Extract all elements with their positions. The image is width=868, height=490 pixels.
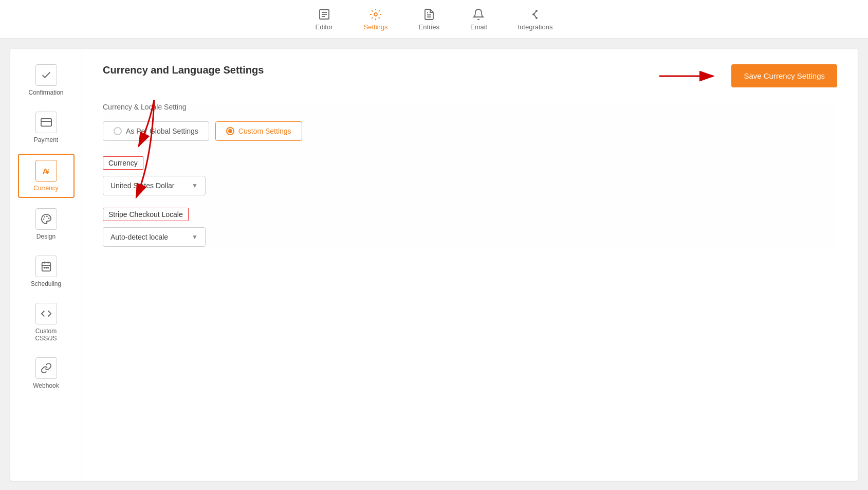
top-navigation: Editor Settings Entries bbox=[0, 0, 868, 39]
settings-section: Currency & Locale Setting As Per Global … bbox=[103, 103, 837, 247]
integrations-icon bbox=[528, 8, 542, 21]
svg-point-18 bbox=[48, 218, 49, 219]
editor-icon bbox=[318, 8, 331, 21]
sidebar-item-webhook[interactable]: Webhook bbox=[18, 352, 75, 394]
sidebar-item-payment[interactable]: Payment bbox=[18, 106, 75, 149]
code-icon bbox=[35, 303, 57, 324]
confirmation-icon bbox=[35, 64, 57, 86]
nav-label-integrations: Integrations bbox=[518, 23, 553, 31]
locale-select[interactable]: Auto-detect locale ▼ bbox=[103, 227, 206, 247]
sidebar-label-scheduling: Scheduling bbox=[31, 280, 61, 287]
radio-global-settings[interactable]: As Per Global Settings bbox=[103, 121, 209, 141]
sidebar-item-confirmation[interactable]: Confirmation bbox=[18, 59, 75, 101]
sidebar-label-custom-css: Custom CSS/JS bbox=[26, 328, 67, 342]
svg-point-25 bbox=[44, 267, 45, 268]
currency-label: Currency bbox=[103, 156, 143, 170]
svg-point-17 bbox=[46, 216, 47, 217]
sidebar-item-custom-css[interactable]: Custom CSS/JS bbox=[18, 298, 75, 347]
webhook-icon bbox=[35, 357, 57, 379]
svg-line-11 bbox=[534, 11, 536, 14]
fields-container: Currency United States Dollar ▼ Stripe C… bbox=[103, 156, 837, 247]
page-title: Currency and Language Settings bbox=[103, 64, 264, 76]
svg-point-10 bbox=[536, 17, 537, 19]
sidebar-label-payment: Payment bbox=[34, 136, 58, 143]
sidebar-item-design[interactable]: Design bbox=[18, 203, 75, 245]
svg-point-4 bbox=[374, 13, 377, 16]
save-currency-button[interactable]: Save Currency Settings bbox=[731, 64, 837, 87]
radio-label-custom: Custom Settings bbox=[238, 127, 291, 135]
sidebar: Confirmation Payment A ¥ Currency bbox=[10, 49, 82, 481]
sidebar-label-confirmation: Confirmation bbox=[28, 89, 63, 96]
radio-label-global: As Per Global Settings bbox=[126, 127, 198, 135]
email-icon bbox=[472, 8, 485, 21]
chevron-down-icon-locale: ▼ bbox=[192, 233, 198, 241]
sidebar-label-webhook: Webhook bbox=[33, 382, 59, 389]
sidebar-label-currency: Currency bbox=[33, 185, 59, 192]
currency-select[interactable]: United States Dollar ▼ bbox=[103, 176, 206, 195]
svg-point-19 bbox=[44, 216, 45, 217]
radio-custom-settings[interactable]: Custom Settings bbox=[215, 121, 302, 141]
svg-line-12 bbox=[534, 14, 536, 17]
locale-field-group: Stripe Checkout Locale Auto-detect local… bbox=[103, 208, 837, 247]
arrow-to-save bbox=[659, 68, 721, 84]
locale-label: Stripe Checkout Locale bbox=[103, 208, 189, 221]
nav-item-email[interactable]: Email bbox=[470, 8, 487, 31]
content-area: Currency and Language Settings Save Curr… bbox=[82, 49, 858, 481]
content-header: Currency and Language Settings Save Curr… bbox=[103, 64, 837, 87]
locale-value: Auto-detect locale bbox=[110, 233, 168, 241]
nav-label-editor: Editor bbox=[316, 23, 333, 31]
nav-item-integrations[interactable]: Integrations bbox=[518, 8, 553, 31]
nav-label-entries: Entries bbox=[419, 23, 439, 31]
svg-text:¥: ¥ bbox=[45, 168, 49, 175]
chevron-down-icon: ▼ bbox=[192, 182, 198, 189]
nav-label-email: Email bbox=[470, 23, 487, 31]
currency-value: United States Dollar bbox=[110, 182, 175, 190]
nav-item-settings[interactable]: Settings bbox=[364, 8, 388, 31]
radio-dot-custom bbox=[226, 127, 234, 135]
settings-icon bbox=[369, 8, 382, 21]
svg-rect-13 bbox=[41, 119, 51, 126]
main-container: Confirmation Payment A ¥ Currency bbox=[10, 49, 858, 481]
currency-icon: A ¥ bbox=[35, 160, 57, 182]
sidebar-item-scheduling[interactable]: Scheduling bbox=[18, 250, 75, 293]
sidebar-label-design: Design bbox=[36, 233, 56, 240]
section-subtitle: Currency & Locale Setting bbox=[103, 103, 837, 111]
radio-dot-global bbox=[114, 127, 122, 135]
svg-point-9 bbox=[536, 10, 537, 11]
scheduling-icon bbox=[35, 256, 57, 277]
design-icon bbox=[35, 208, 57, 230]
radio-group: As Per Global Settings Custom Settings bbox=[103, 121, 837, 141]
payment-icon bbox=[35, 112, 57, 133]
entries-icon bbox=[422, 8, 436, 21]
nav-item-editor[interactable]: Editor bbox=[316, 8, 333, 31]
sidebar-item-currency[interactable]: A ¥ Currency bbox=[18, 154, 75, 198]
nav-label-settings: Settings bbox=[364, 23, 388, 31]
currency-field-group: Currency United States Dollar ▼ bbox=[103, 156, 837, 195]
svg-point-27 bbox=[47, 267, 48, 268]
svg-point-20 bbox=[43, 219, 44, 220]
svg-point-26 bbox=[46, 267, 47, 268]
nav-item-entries[interactable]: Entries bbox=[419, 8, 439, 31]
